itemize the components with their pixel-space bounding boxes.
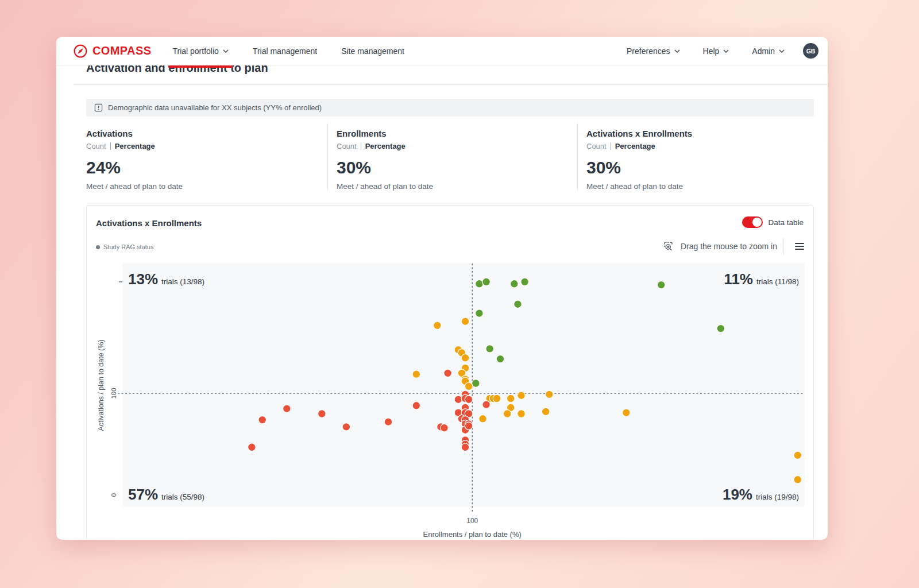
scatter-point-red[interactable]	[283, 405, 291, 413]
scatter-point-green[interactable]	[486, 345, 494, 353]
mode-count[interactable]: Count	[86, 142, 106, 150]
header-right-nav: Preferences Help Admin GB	[615, 43, 818, 59]
x-axis-label: Enrollments / plan to date (%)	[423, 530, 522, 539]
scatter-point-amber[interactable]	[434, 322, 442, 330]
hamburger-menu-icon[interactable]	[790, 237, 809, 256]
metric-value: 30%	[337, 158, 577, 177]
metric-title: Activations x Enrollments	[586, 129, 814, 138]
scatter-point-amber[interactable]	[461, 354, 469, 362]
scatter-point-red[interactable]	[465, 422, 473, 430]
metric-value: 24%	[86, 158, 327, 177]
scatter-point-amber[interactable]	[794, 476, 802, 484]
metric-mode-switch: Count Percentage	[337, 142, 577, 150]
mode-percentage[interactable]: Percentage	[615, 142, 655, 150]
app-window: Activation and enrollment to plan COMPAS…	[56, 37, 828, 540]
scatter-point-green[interactable]	[496, 355, 504, 363]
scatter-point-green[interactable]	[657, 281, 665, 289]
scatter-point-amber[interactable]	[461, 318, 469, 326]
legend-dot-icon	[96, 245, 100, 249]
chart-card: Activations x Enrollments Data table Stu…	[86, 205, 814, 540]
scatter-point-green[interactable]	[482, 278, 491, 286]
scatter-point-amber[interactable]	[412, 370, 420, 378]
controls-divider	[783, 238, 784, 255]
brand-logo[interactable]: COMPASS	[73, 44, 151, 59]
scatter-point-green[interactable]	[717, 324, 725, 332]
metric-caption: Meet / ahead of plan to date	[337, 182, 577, 191]
mode-count[interactable]: Count	[586, 142, 607, 150]
scatter-point-amber[interactable]	[542, 408, 550, 416]
scatter-point-red[interactable]	[461, 443, 469, 451]
data-table-toggle[interactable]	[742, 216, 763, 228]
scatter-point-amber[interactable]	[546, 390, 554, 399]
nav-site-management[interactable]: Site management	[339, 37, 407, 65]
scatter-point-green[interactable]	[521, 278, 529, 286]
scatter-point-red[interactable]	[318, 410, 326, 418]
nav-trial-management[interactable]: Trial management	[250, 37, 319, 65]
nav-admin[interactable]: Admin	[750, 47, 787, 56]
scatter-point-amber[interactable]	[794, 451, 802, 459]
metric-title: Activations	[86, 129, 327, 138]
scatter-point-amber[interactable]	[493, 394, 501, 403]
scatter-point-green[interactable]	[472, 380, 480, 388]
mode-percentage[interactable]: Percentage	[365, 142, 406, 150]
chevron-down-icon	[223, 49, 229, 53]
chart-title: Activations x Enrollments	[96, 218, 202, 228]
main-nav: Trial portfolio Trial management Site ma…	[160, 37, 416, 65]
metric-activations: Activations Count Percentage 24% Meet / …	[86, 123, 327, 191]
scatter-point-green[interactable]	[476, 310, 484, 318]
scatter-svg	[122, 264, 805, 507]
scatter-point-red[interactable]	[412, 402, 420, 410]
scatter-point-red[interactable]	[248, 443, 256, 451]
quadrant-label-top-right: 11%trials (11/98)	[724, 270, 799, 288]
mode-count[interactable]: Count	[337, 142, 357, 150]
scatter-plot-area[interactable]: 13%trials (13/98) 11%trials (11/98) 57%t…	[122, 264, 805, 507]
nav-trial-portfolio[interactable]: Trial portfolio	[170, 37, 230, 65]
banner-text: Demographic data unavailable for XX subj…	[108, 103, 322, 112]
scatter-point-red[interactable]	[258, 416, 267, 424]
scatter-point-amber[interactable]	[518, 392, 526, 400]
data-table-toggle-label: Data table	[768, 218, 804, 227]
y-axis-tick-label: 0	[110, 493, 117, 497]
quadrant-label-bottom-left: 57%trials (55/98)	[128, 486, 204, 504]
scatter-point-amber[interactable]	[479, 415, 487, 423]
scatter-point-red[interactable]	[444, 369, 452, 377]
info-banner: Demographic data unavailable for XX subj…	[86, 99, 814, 117]
metric-mode-switch: Count Percentage	[86, 142, 327, 150]
scatter-point-amber[interactable]	[518, 410, 526, 418]
nav-help[interactable]: Help	[701, 47, 732, 56]
scatter-point-green[interactable]	[514, 300, 522, 308]
title-divider	[73, 84, 828, 85]
y-axis-label: Activations / plan to date (%)	[97, 339, 105, 431]
chart-legend: Study RAG status	[96, 243, 153, 250]
x-axis-tick-label: 100	[466, 517, 478, 525]
scatter-point-red[interactable]	[482, 401, 491, 409]
scatter-point-red[interactable]	[465, 396, 473, 404]
y-axis-tick-label: 100	[110, 388, 117, 399]
scatter-point-green[interactable]	[476, 280, 484, 288]
plot-controls: Drag the mouse to zoom in	[663, 237, 809, 256]
metric-enrollments: Enrollments Count Percentage 30% Meet / …	[327, 123, 577, 191]
nav-preferences[interactable]: Preferences	[624, 47, 682, 56]
scatter-point-red[interactable]	[454, 396, 462, 404]
scatter-point-amber[interactable]	[507, 394, 515, 403]
plot-wrap: Activations / plan to date (%) 13%trials…	[87, 264, 813, 507]
quadrant-label-top-left: 13%trials (13/98)	[128, 270, 204, 288]
chevron-down-icon	[723, 49, 729, 53]
scatter-point-red[interactable]	[384, 418, 392, 426]
metric-caption: Meet / ahead of plan to date	[86, 182, 327, 191]
scatter-point-amber[interactable]	[503, 410, 511, 418]
alert-square-icon	[94, 103, 103, 112]
scatter-point-green[interactable]	[511, 280, 519, 288]
legend-label: Study RAG status	[103, 243, 153, 250]
scatter-point-amber[interactable]	[465, 382, 473, 390]
scatter-point-amber[interactable]	[623, 409, 631, 417]
scatter-point-red[interactable]	[441, 424, 449, 432]
chevron-down-icon	[779, 49, 785, 53]
avatar[interactable]: GB	[803, 43, 818, 59]
zoom-drag-icon	[663, 241, 674, 252]
metric-mode-switch: Count Percentage	[586, 142, 814, 150]
mode-percentage[interactable]: Percentage	[115, 142, 155, 150]
scatter-point-red[interactable]	[342, 423, 350, 431]
mode-separator	[611, 142, 611, 150]
metric-caption: Meet / ahead of plan to date	[586, 182, 814, 191]
